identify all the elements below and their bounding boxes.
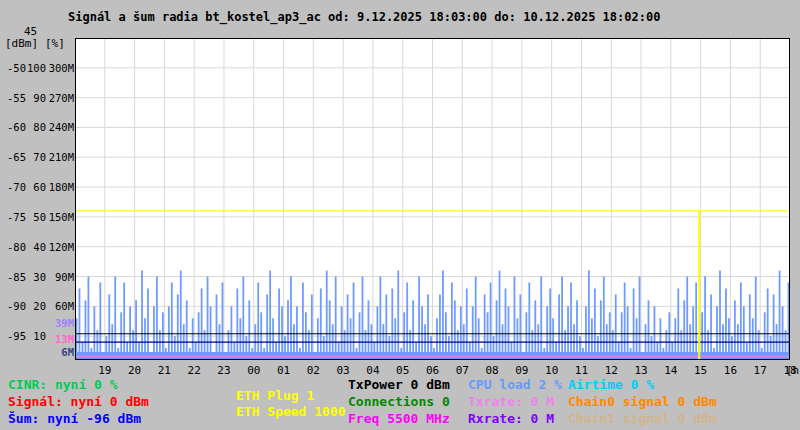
x-axis-hour-label: 22 — [186, 364, 202, 377]
chart-svg — [75, 38, 790, 360]
x-axis-unit: [h] — [786, 364, 800, 377]
x-axis-hour-label: 03 — [335, 364, 351, 377]
x-axis-hour-label: 14 — [663, 364, 679, 377]
x-axis-hour-label: 13 — [633, 364, 649, 377]
x-axis-hour-label: 15 — [693, 364, 709, 377]
legend-eth-speed: ETH Speed 1000 — [236, 404, 346, 419]
rate-marker-label: 13M — [46, 333, 74, 345]
x-axis-hour-label: 05 — [395, 364, 411, 377]
y-axis-row: -6570210M — [0, 151, 74, 163]
x-axis-hour-label: 21 — [156, 364, 172, 377]
y-axis-row: -6080240M — [0, 121, 74, 133]
page-title: Signál a šum radia bt_kostel_ap3_ac od: … — [68, 10, 660, 24]
y-axis-row: -8040120M — [0, 241, 74, 253]
legend-airtime: Airtime 0 % — [568, 377, 654, 392]
legend-cinr: CINR: nyní 0 % — [8, 377, 118, 392]
monitoring-graph-page: Signál a šum radia bt_kostel_ap3_ac od: … — [0, 0, 800, 430]
x-axis-hour-label: 17 — [752, 364, 768, 377]
legend-chain1: Chain1 signal 0 dBm — [568, 411, 717, 426]
legend-txrate: Txrate: 0 M — [468, 394, 554, 409]
y-axis-row: -853090M — [0, 271, 74, 283]
legend-txpower: TxPower 0 dBm — [348, 377, 450, 392]
legend-chain0: Chain0 signal 0 dBm — [568, 394, 717, 409]
legend-eth-plug: ETH Plug 1 — [236, 388, 314, 403]
legend-cpu-load: CPU load 2 % — [468, 377, 562, 392]
x-axis-hour-label: 12 — [603, 364, 619, 377]
x-axis-hour-label: 00 — [246, 364, 262, 377]
chart-area — [75, 38, 790, 364]
x-axis-hour-label: 04 — [365, 364, 381, 377]
x-axis-hour-label: 01 — [276, 364, 292, 377]
x-axis-hour-label: 23 — [216, 364, 232, 377]
y-axis-row: -5590270M — [0, 92, 74, 104]
x-axis-hour-label: 19 — [97, 364, 113, 377]
x-axis-hour-label: 20 — [127, 364, 143, 377]
x-axis-hour-label: 16 — [722, 364, 738, 377]
y-axis-row: -7060180M — [0, 181, 74, 193]
rate-marker-label: 39M — [46, 317, 74, 329]
legend-noise: Šum: nyní -96 dBm — [8, 411, 141, 426]
rate-marker-label: 6M — [46, 346, 74, 358]
x-axis-hour-label: 09 — [514, 364, 530, 377]
y-axis-row: -902060M — [0, 300, 74, 312]
y-axis-unit-dbm: [dBm] — [5, 37, 38, 50]
x-axis-hour-label: 08 — [484, 364, 500, 377]
x-axis-hour-label: 06 — [425, 364, 441, 377]
legend-signal: Signál: nyní 0 dBm — [8, 394, 149, 409]
x-axis-hour-label: 07 — [454, 364, 470, 377]
y-axis-row: -7550150M — [0, 211, 74, 223]
y-axis-unit-percent: [%] — [45, 37, 65, 50]
legend-connections: Connections 0 — [348, 394, 450, 409]
x-axis-hour-label: 10 — [544, 364, 560, 377]
legend-frequency: Freq 5500 MHz — [348, 411, 450, 426]
y-axis-row: -50100300M — [0, 62, 74, 74]
x-axis-hour-label: 11 — [573, 364, 589, 377]
legend-rxrate: Rxrate: 0 M — [468, 411, 554, 426]
x-axis-hour-label: 02 — [305, 364, 321, 377]
